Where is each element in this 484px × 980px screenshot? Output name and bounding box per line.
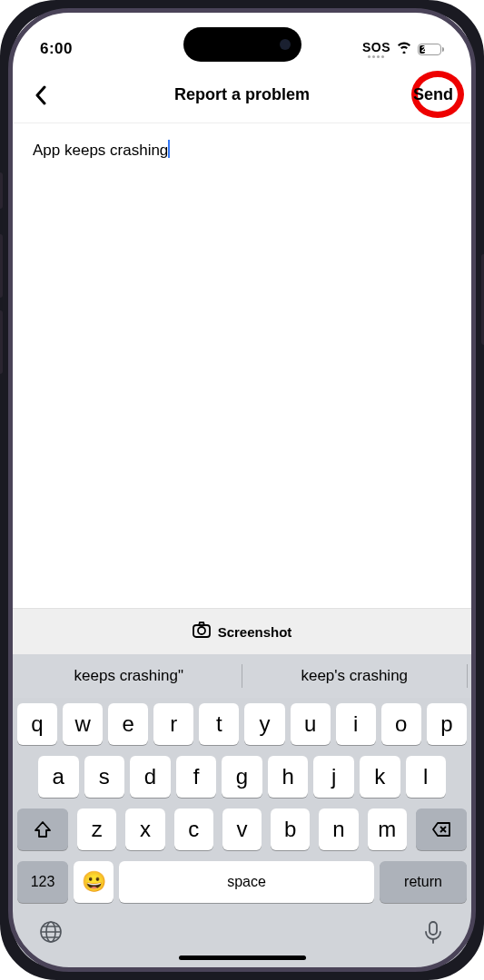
back-button[interactable] xyxy=(29,83,53,107)
sos-indicator: SOS xyxy=(362,40,390,58)
key-v[interactable]: v xyxy=(222,808,262,850)
suggestion-1[interactable]: keeps crashing" xyxy=(16,660,242,692)
problem-text: App keeps crashing xyxy=(33,142,168,159)
suggestion-bar: keeps crashing" keep's crashing xyxy=(13,654,471,698)
svg-rect-4 xyxy=(430,922,437,935)
keyboard: keeps crashing" keep's crashing q w e r … xyxy=(13,654,471,967)
key-r[interactable]: r xyxy=(153,703,193,745)
key-i[interactable]: i xyxy=(336,703,376,745)
key-l[interactable]: l xyxy=(406,756,447,798)
key-y[interactable]: y xyxy=(244,703,284,745)
page-title: Report a problem xyxy=(174,85,310,104)
key-g[interactable]: g xyxy=(222,756,262,798)
svg-point-1 xyxy=(198,627,205,634)
battery-indicator: 27 xyxy=(418,44,444,55)
wifi-icon xyxy=(396,41,412,57)
home-indicator[interactable] xyxy=(179,956,306,960)
camera-icon xyxy=(193,622,211,642)
key-f[interactable]: f xyxy=(176,756,217,798)
screenshot-button[interactable]: Screenshot xyxy=(13,608,471,654)
key-j[interactable]: j xyxy=(313,756,354,798)
key-h[interactable]: h xyxy=(268,756,309,798)
key-o[interactable]: o xyxy=(381,703,421,745)
dynamic-island xyxy=(183,27,301,62)
backspace-key[interactable] xyxy=(416,808,467,850)
key-w[interactable]: w xyxy=(63,703,103,745)
key-m[interactable]: m xyxy=(368,808,407,850)
navigation-bar: Report a problem Send xyxy=(13,65,471,123)
key-c[interactable]: c xyxy=(174,808,213,850)
key-e[interactable]: e xyxy=(108,703,148,745)
key-row-4: 123 😀 space return xyxy=(13,856,471,910)
globe-button[interactable] xyxy=(38,919,64,947)
key-b[interactable]: b xyxy=(271,808,310,850)
key-a[interactable]: a xyxy=(38,756,79,798)
shift-key[interactable] xyxy=(17,808,68,850)
key-t[interactable]: t xyxy=(199,703,239,745)
key-n[interactable]: n xyxy=(319,808,358,850)
status-time: 6:00 xyxy=(40,40,73,58)
space-key[interactable]: space xyxy=(119,861,374,903)
screenshot-label: Screenshot xyxy=(218,624,292,640)
key-q[interactable]: q xyxy=(17,703,57,745)
key-s[interactable]: s xyxy=(84,756,125,798)
key-p[interactable]: p xyxy=(427,703,467,745)
key-x[interactable]: x xyxy=(125,808,164,850)
key-row-3: z x c v b n m xyxy=(13,803,471,856)
key-d[interactable]: d xyxy=(130,756,171,798)
key-k[interactable]: k xyxy=(360,756,400,798)
text-cursor xyxy=(168,140,170,158)
dictation-button[interactable] xyxy=(420,919,446,947)
return-key[interactable]: return xyxy=(380,861,467,903)
suggestion-2[interactable]: keep's crashing xyxy=(242,660,468,692)
problem-text-area[interactable]: App keeps crashing xyxy=(13,123,471,608)
key-u[interactable]: u xyxy=(291,703,331,745)
emoji-key[interactable]: 😀 xyxy=(74,861,114,903)
key-z[interactable]: z xyxy=(77,808,116,850)
key-row-2: a s d f g h j k l xyxy=(13,750,471,803)
key-row-1: q w e r t y u i o p xyxy=(13,698,471,750)
send-button[interactable]: Send xyxy=(411,82,455,108)
numbers-key[interactable]: 123 xyxy=(17,861,68,903)
